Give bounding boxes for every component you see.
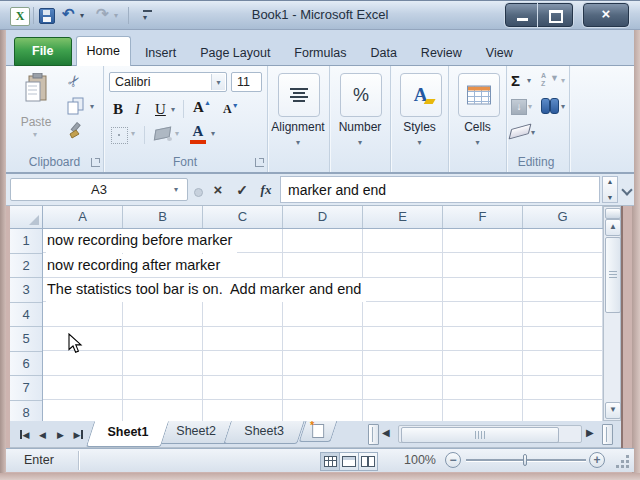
row-header-2[interactable]: 2 — [10, 254, 42, 279]
find-select-icon[interactable] — [541, 98, 559, 113]
sort-filter-icon[interactable]: A Z ▼ — [541, 72, 559, 88]
sheet-tab-sheet3[interactable]: Sheet3 — [223, 421, 304, 444]
tab-home[interactable]: Home — [76, 36, 131, 66]
column-header-G[interactable]: G — [523, 206, 603, 228]
zoom-slider-thumb[interactable] — [523, 454, 527, 466]
tab-data[interactable]: Data — [360, 40, 406, 66]
column-header-B[interactable]: B — [123, 206, 203, 228]
autosum-dropdown-icon[interactable]: ▾ — [527, 77, 531, 85]
sort-dropdown-icon[interactable]: ▾ — [561, 77, 565, 85]
borders-dropdown-icon[interactable]: ▾ — [131, 130, 135, 138]
customize-qat-dropdown-icon[interactable]: ▾ — [142, 10, 154, 22]
zoom-in-icon[interactable]: + — [589, 452, 605, 468]
row-header-4[interactable]: 4 — [10, 303, 42, 328]
row-header-7[interactable]: 7 — [10, 376, 42, 401]
font-dialog-launcher-icon[interactable] — [255, 158, 264, 167]
fill-color-icon[interactable] — [153, 126, 172, 141]
paste-button[interactable]: Paste ▾ — [14, 71, 58, 143]
font-color-dropdown-icon[interactable]: ▾ — [211, 130, 215, 138]
formula-scroll-up-icon[interactable]: ▲ — [603, 178, 617, 185]
zoom-out-icon[interactable]: − — [445, 452, 461, 468]
insert-function-icon[interactable]: fx — [256, 180, 276, 200]
clear-icon[interactable] — [509, 123, 532, 139]
styles-dropdown-icon[interactable]: ▾ — [391, 138, 448, 147]
first-sheet-button[interactable]: ◀ — [16, 427, 33, 442]
number-button[interactable]: % — [340, 73, 382, 117]
enter-icon[interactable]: ✓ — [232, 180, 252, 200]
name-box-dropdown-icon[interactable]: ▾ — [174, 186, 178, 194]
undo-button[interactable]: ↶ — [62, 6, 75, 22]
scroll-up-icon[interactable]: ▲ — [605, 219, 621, 236]
save-button[interactable] — [39, 8, 55, 24]
page-break-view-button[interactable] — [358, 452, 378, 471]
formula-scroll-down-icon[interactable]: ▼ — [603, 194, 617, 201]
borders-icon[interactable] — [111, 127, 128, 144]
cells-area[interactable]: now recording before markernow recording… — [43, 229, 603, 421]
close-button[interactable]: × — [583, 3, 629, 27]
scroll-right-icon[interactable]: ▶ — [586, 427, 594, 438]
alignment-dropdown-icon[interactable]: ▾ — [267, 138, 329, 147]
vertical-scrollbar[interactable]: ▲ ▼ — [603, 206, 621, 421]
excel-logo-icon[interactable]: X — [10, 7, 30, 26]
scroll-down-icon[interactable]: ▼ — [605, 402, 621, 419]
autosum-icon[interactable]: Σ — [511, 72, 520, 89]
shrink-font-button[interactable]: A▼ — [223, 102, 232, 117]
grow-font-button[interactable]: A▲ — [193, 99, 204, 116]
cell-A2[interactable]: now recording after marker — [46, 254, 225, 278]
formula-bar-scroll[interactable]: ▲ ▼ — [602, 176, 618, 203]
underline-dropdown-icon[interactable]: ▾ — [171, 106, 175, 114]
alignment-button[interactable] — [278, 73, 320, 117]
paste-dropdown-icon[interactable]: ▾ — [33, 131, 37, 139]
font-size-combo[interactable]: 11 — [231, 72, 262, 92]
tab-page-layout[interactable]: Page Layout — [190, 40, 280, 66]
tab-insert[interactable]: Insert — [135, 40, 186, 66]
format-painter-icon[interactable] — [66, 122, 86, 140]
vertical-split-handle[interactable] — [605, 208, 621, 219]
number-dropdown-icon[interactable]: ▾ — [330, 138, 390, 147]
cells-dropdown-icon[interactable]: ▾ — [449, 138, 506, 147]
clipboard-dialog-launcher-icon[interactable] — [91, 158, 100, 167]
column-header-E[interactable]: E — [363, 206, 443, 228]
tab-view[interactable]: View — [476, 40, 523, 66]
select-all-corner[interactable] — [10, 206, 43, 229]
minimize-button[interactable] — [505, 3, 540, 27]
fill-color-dropdown-icon[interactable]: ▾ — [175, 130, 179, 138]
redo-dropdown-icon[interactable]: ▾ — [114, 12, 118, 20]
font-name-dropdown-icon[interactable]: ▾ — [211, 74, 225, 90]
next-sheet-button[interactable]: ▶ — [52, 427, 69, 442]
previous-sheet-button[interactable]: ◀ — [34, 427, 51, 442]
cell-A1[interactable]: now recording before marker — [46, 229, 237, 253]
font-name-combo[interactable]: Calibri ▾ — [109, 72, 227, 92]
scrollbar-split-handle[interactable] — [602, 424, 613, 445]
column-header-C[interactable]: C — [203, 206, 283, 228]
underline-button[interactable]: U — [155, 99, 166, 119]
scroll-left-icon[interactable]: ◀ — [382, 427, 390, 438]
cells-button[interactable] — [458, 73, 500, 117]
redo-button[interactable]: ↷ — [96, 6, 109, 22]
zoom-level[interactable]: 100% — [394, 453, 436, 467]
normal-view-button[interactable] — [320, 452, 340, 471]
font-color-button[interactable]: A — [189, 124, 207, 144]
row-header-8[interactable]: 8 — [10, 401, 42, 422]
expand-formula-bar-icon[interactable] — [621, 186, 633, 196]
row-header-5[interactable]: 5 — [10, 327, 42, 352]
fill-dropdown-icon[interactable]: ▾ — [528, 103, 532, 111]
row-header-6[interactable]: 6 — [10, 352, 42, 377]
italic-button[interactable]: I — [135, 99, 140, 119]
column-header-A[interactable]: A — [43, 206, 123, 228]
maximize-button[interactable] — [538, 3, 573, 27]
bold-button[interactable]: B — [113, 99, 123, 119]
find-dropdown-icon[interactable]: ▾ — [561, 103, 565, 111]
tab-split-handle[interactable] — [368, 424, 379, 445]
formula-input[interactable]: marker and end — [280, 176, 600, 203]
vertical-scroll-thumb[interactable] — [605, 237, 621, 313]
column-header-D[interactable]: D — [283, 206, 363, 228]
undo-dropdown-icon[interactable]: ▾ — [80, 12, 84, 20]
clear-dropdown-icon[interactable]: ▾ — [531, 129, 535, 137]
row-header-1[interactable]: 1 — [10, 229, 42, 254]
styles-button[interactable]: A — [400, 73, 442, 117]
last-sheet-button[interactable]: ▶ — [70, 427, 87, 442]
horizontal-scroll-thumb[interactable] — [401, 427, 559, 443]
tab-review[interactable]: Review — [411, 40, 472, 66]
copy-icon[interactable] — [66, 97, 86, 116]
